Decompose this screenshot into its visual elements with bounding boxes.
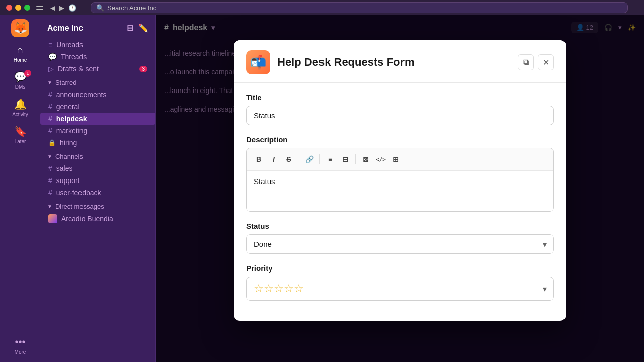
blockquote-button[interactable]: ⊠ [359, 152, 373, 166]
star-5[interactable]: ☆ [294, 282, 304, 295]
title-input[interactable] [246, 106, 554, 125]
nav-item-unreads[interactable]: ≡ Unreads [40, 39, 155, 51]
hash-icon: # [48, 90, 52, 99]
description-editor: B I S 🔗 ≡ ⊟ ⊠ </> ⊞ [246, 148, 554, 212]
star-3[interactable]: ☆ [274, 282, 284, 295]
drafts-icon: ▷ [48, 65, 54, 73]
title-field-label: Title [246, 93, 554, 102]
channel-item-support[interactable]: # support [40, 174, 155, 187]
status-form-group: Status Open In Progress Done Closed ▾ [246, 222, 554, 254]
priority-stars-display[interactable]: ☆ ☆ ☆ ☆ ☆ [246, 277, 554, 301]
modal-close-button[interactable]: ✕ [538, 54, 554, 70]
back-button[interactable]: ◀ [50, 4, 55, 12]
dm-item-arcadio[interactable]: Arcadio Buendia [40, 212, 155, 225]
starred-section-header[interactable]: ▼ Starred [40, 77, 155, 88]
help-desk-modal: 📬 Help Desk Requests Form ⧉ ✕ Title [234, 40, 566, 321]
modal-icon-emoji: 📬 [250, 55, 266, 70]
minimize-button[interactable] [15, 5, 21, 11]
bold-button[interactable]: B [252, 152, 266, 166]
channels-section-label: Channels [55, 153, 83, 160]
sidebar-item-more-label: More [15, 349, 26, 355]
sidebar-item-home-label: Home [14, 57, 27, 63]
main-content: # helpdesk ▾ 👤 12 🎧 ▾ ✨ ...itial researc… [156, 15, 644, 362]
code-button[interactable]: </> [374, 152, 388, 166]
italic-button[interactable]: I [267, 152, 281, 166]
channels-section: ▼ Channels # sales # support # user-feed… [40, 151, 155, 199]
numbered-list-button[interactable]: ⊟ [338, 152, 352, 166]
description-text: Status [254, 177, 275, 186]
channel-item-hiring[interactable]: 🔒 hiring [40, 137, 155, 149]
dms-badge: 1 [24, 70, 31, 77]
search-icon: 🔍 [96, 4, 104, 12]
sidebar-item-dms[interactable]: 1 💬 DMs [5, 68, 35, 93]
star-2[interactable]: ☆ [264, 282, 274, 295]
modal-app-icon: 📬 [246, 50, 270, 74]
channel-item-sales[interactable]: # sales [40, 162, 155, 174]
compose-icon[interactable]: ✏️ [138, 23, 148, 33]
toolbar-divider-1 [299, 154, 299, 164]
forward-button[interactable]: ▶ [59, 4, 64, 12]
link-button[interactable]: 🔗 [302, 152, 316, 166]
status-select[interactable]: Open In Progress Done Closed [246, 234, 554, 254]
dm-section-header[interactable]: ▼ Direct messages [40, 201, 155, 212]
workspace-header-icons: ⊟ ✏️ [127, 23, 148, 33]
icon-sidebar: 🦊 ⌂ Home 1 💬 DMs 🔔 Activity 🔖 Later ••• … [0, 15, 40, 362]
priority-select-wrapper: ☆ ☆ ☆ ☆ ☆ ▾ [246, 277, 554, 301]
close-button[interactable] [6, 5, 12, 11]
star-4[interactable]: ☆ [284, 282, 294, 295]
filter-icon[interactable]: ⊟ [127, 23, 133, 33]
star-1[interactable]: ☆ [254, 282, 264, 295]
priority-form-group: Priority ☆ ☆ ☆ ☆ ☆ ▾ [246, 264, 554, 301]
status-field-label: Status [246, 222, 554, 230]
nav-item-threads[interactable]: 💬 Threads [40, 51, 155, 63]
description-editor-content[interactable]: Status [247, 171, 553, 211]
traffic-lights [6, 5, 30, 11]
threads-label: Threads [61, 53, 87, 61]
unreads-icon: ≡ [48, 41, 52, 49]
later-icon: 🔖 [14, 125, 27, 137]
starred-section-label: Starred [55, 79, 77, 86]
drafts-badge: 3 [139, 66, 147, 72]
activity-icon: 🔔 [14, 98, 27, 110]
channel-hiring-label: hiring [60, 139, 77, 147]
hash-icon-6: # [48, 176, 52, 185]
workspace-name[interactable]: Acme Inc [47, 24, 83, 33]
sidebar-item-home[interactable]: ⌂ Home [5, 41, 35, 66]
starred-section: ▼ Starred # announcements # general # he… [40, 77, 155, 149]
modal-expand-button[interactable]: ⧉ [518, 54, 534, 70]
channel-item-announcements[interactable]: # announcements [40, 88, 155, 101]
modal-body: Title Description B I S 🔗 [234, 83, 566, 321]
channel-item-user-feedback[interactable]: # user-feedback [40, 187, 155, 199]
channel-item-marketing[interactable]: # marketing [40, 125, 155, 137]
dm-section-label: Direct messages [55, 203, 104, 210]
drafts-label: Drafts & sent [58, 65, 99, 73]
hash-icon-3: # [48, 115, 52, 123]
channel-item-general[interactable]: # general [40, 101, 155, 113]
channels-section-header[interactable]: ▼ Channels [40, 151, 155, 162]
dm-arcadio-label: Arcadio Buendia [61, 215, 113, 223]
unreads-label: Unreads [56, 41, 83, 49]
search-bar[interactable]: 🔍 Search Acme Inc [91, 2, 628, 13]
sidebar-item-more[interactable]: ••• More [5, 333, 35, 358]
sidebar-item-later[interactable]: 🔖 Later [5, 122, 35, 147]
more-icon: ••• [15, 336, 25, 348]
modal-header-actions: ⧉ ✕ [518, 54, 554, 70]
channel-item-helpdesk[interactable]: # helpdesk [40, 113, 155, 125]
dm-section: ▼ Direct messages Arcadio Buendia [40, 201, 155, 225]
toolbar-divider-2 [319, 154, 320, 164]
strikethrough-button[interactable]: S [282, 152, 296, 166]
priority-field-label: Priority [246, 264, 554, 273]
channel-helpdesk-label: helpdesk [56, 115, 87, 123]
bullet-list-button[interactable]: ≡ [323, 152, 337, 166]
description-form-group: Description B I S 🔗 ≡ ⊟ [246, 135, 554, 212]
search-placeholder: Search Acme Inc [107, 4, 156, 12]
nav-item-drafts[interactable]: ▷ Drafts & sent 3 [40, 63, 155, 75]
attachment-button[interactable]: ⊞ [389, 152, 403, 166]
modal-header: 📬 Help Desk Requests Form ⧉ ✕ [234, 40, 566, 83]
sidebar-toggle-button[interactable] [36, 3, 46, 13]
sidebar-item-activity[interactable]: 🔔 Activity [5, 95, 35, 120]
titlebar: ◀ ▶ 🕐 🔍 Search Acme Inc [0, 0, 644, 15]
fullscreen-button[interactable] [24, 5, 30, 11]
lock-icon: 🔒 [48, 139, 56, 146]
sidebar-item-later-label: Later [15, 139, 26, 144]
